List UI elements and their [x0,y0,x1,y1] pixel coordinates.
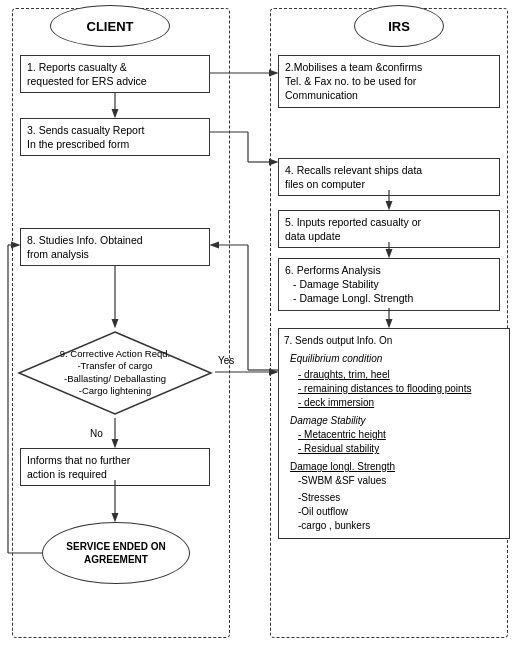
box-7: 7. Sends output Info. On Equilibrium con… [278,328,510,539]
box-8: 8. Studies Info. Obtained from analysis [20,228,210,266]
box-4: 4. Recalls relevant ships data files on … [278,158,500,196]
box-6: 6. Performs Analysis - Damage Stability … [278,258,500,311]
irs-label: IRS [388,19,410,34]
box6-line1: - Damage Stability [285,277,493,291]
box6-title: 6. Performs Analysis [285,263,493,277]
box5-text: 5. Inputs reported casualty or data upda… [285,216,421,242]
box7-section1: Equilibrium condition [290,352,504,366]
box7-item2: - remaining distances to flooding points [290,382,504,396]
box7-item9: -cargo , bunkers [290,519,504,533]
box7-title: 7. Sends output Info. On [284,334,504,348]
box-no-action: Informs that no further action is requir… [20,448,210,486]
box7-item3: - deck immersion [290,396,504,410]
box7-sec1-title: Equilibrium condition [290,353,382,364]
box6-line2: - Damage Longl. Strength [285,291,493,305]
client-header: CLIENT [50,5,170,47]
box-3: 3. Sends casualty Report In the prescrib… [20,118,210,156]
service-ended-box: SERVICE ENDED ON AGREEMENT [42,522,190,584]
irs-header: IRS [354,5,444,47]
no-label: No [90,428,103,439]
box7-sec3-title: Damage longl. Strength [290,461,395,472]
service-ended-text: SERVICE ENDED ON AGREEMENT [66,540,165,566]
box7-item8: -Oil outflow [290,505,504,519]
no-action-text: Informs that no further action is requir… [27,454,130,480]
box-2: 2.Mobilises a team &confirms Tel. & Fax … [278,55,500,108]
diamond-9-text: 9. Corrective Action Reqd. -Transfer of … [50,348,180,397]
box7-item7-wrap: -Stresses [290,491,504,505]
box7-item4: - Metacentric height [290,428,504,442]
box7-sec3: Damage longl. Strength [290,460,504,474]
box1-text: 1. Reports casualty & requested for ERS … [27,61,147,87]
box7-item6: -SWBM &SF values [290,474,504,488]
box2-text: 2.Mobilises a team &confirms Tel. & Fax … [285,61,422,101]
box4-text: 4. Recalls relevant ships data files on … [285,164,422,190]
box3-text: 3. Sends casualty Report In the prescrib… [27,124,144,150]
box7-item1: - draughts, trim, heel [290,368,504,382]
box7-item7: -Stresses [298,492,340,503]
box-1: 1. Reports casualty & requested for ERS … [20,55,210,93]
yes-label: Yes [218,355,234,366]
box8-text: 8. Studies Info. Obtained from analysis [27,234,143,260]
diamond-9: 9. Corrective Action Reqd. -Transfer of … [15,328,215,418]
client-label: CLIENT [87,19,134,34]
diagram-container: CLIENT IRS 1. Reports casualty & request… [0,0,518,652]
box-5: 5. Inputs reported casualty or data upda… [278,210,500,248]
box7-item5: - Residual stability [290,442,504,456]
box7-sec2-title: Damage Stability [290,414,504,428]
